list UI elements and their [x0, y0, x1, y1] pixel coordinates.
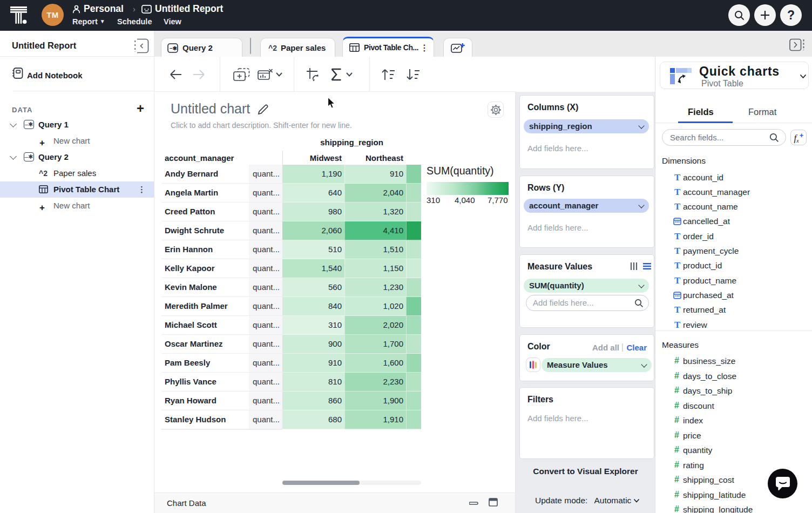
svg-text:–✱: –✱ — [170, 45, 178, 51]
